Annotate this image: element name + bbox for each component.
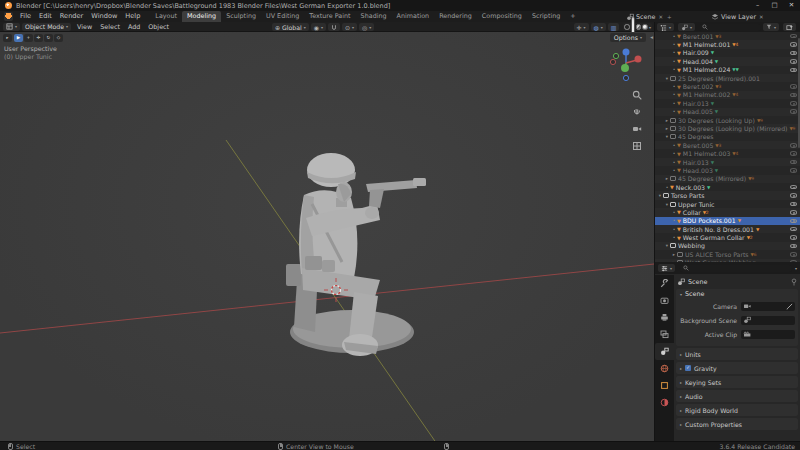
new-scene-icon[interactable]: + — [666, 14, 673, 20]
menu-item[interactable]: Window — [87, 11, 121, 22]
properties-panel-header[interactable]: ▸ ✓ Custom Properties — [676, 418, 798, 430]
outliner-row[interactable]: • ▼ Head.003 ▼ — [655, 166, 800, 174]
outliner-item-label[interactable]: Upper Tunic — [678, 201, 715, 208]
output-tab[interactable] — [655, 309, 674, 326]
minimize-button[interactable]: – — [749, 0, 766, 11]
outliner-row[interactable]: ▾ ▼ Webbing — [655, 242, 800, 250]
properties-panel-header[interactable]: ▸ ✓ Rigid Body World — [676, 404, 798, 416]
workspace-tab[interactable]: Texture Paint — [304, 11, 355, 22]
menu-item[interactable]: Help — [121, 11, 144, 22]
visibility-eye-icon[interactable] — [790, 84, 797, 89]
workspace-tab[interactable]: Layout — [150, 11, 182, 22]
field-input[interactable] — [741, 316, 795, 325]
render-tab[interactable] — [655, 292, 674, 309]
outliner-row[interactable]: • ▼ Hair.013 ▼ — [655, 99, 800, 107]
view-layer-selector[interactable]: View Layer ✕ — [711, 11, 765, 22]
visibility-eye-icon[interactable] — [790, 143, 797, 148]
gizmos-toggle[interactable]: ✛▾ — [574, 23, 589, 31]
outliner-item-label[interactable]: Beret.001 — [683, 33, 713, 40]
visibility-eye-icon[interactable] — [790, 168, 797, 173]
outliner-row[interactable]: • ▼ Neck.003 ▼ — [655, 183, 800, 191]
visibility-eye-icon[interactable] — [790, 51, 797, 56]
properties-panel-header[interactable]: ▸ ✓ Keying Sets — [676, 376, 798, 388]
outliner-item-label[interactable]: Torso Parts — [671, 192, 704, 199]
outliner-row[interactable]: ▸ ▼ 30 Degrees (Looking Up) (Mirrored) ▼… — [655, 124, 800, 132]
navigation-gizmo[interactable] — [606, 46, 646, 86]
tool-button[interactable]: ↻ — [44, 34, 53, 42]
outliner-item-label[interactable]: 30 Degrees (Looking Up) (Mirrored) — [678, 125, 788, 132]
transform-orientation-dropdown[interactable]: ⊕ Global▾ — [272, 23, 309, 31]
workspace-tab[interactable]: Rendering — [434, 11, 477, 22]
menu-item[interactable]: Render — [56, 11, 87, 22]
outliner-item-label[interactable]: Beret.002 — [683, 83, 713, 90]
outliner-row[interactable]: • ▼ Head.004 ▼ — [655, 57, 800, 65]
field-input[interactable] — [741, 302, 795, 311]
outliner-editor-type-button[interactable]: ▾ — [657, 23, 674, 31]
outliner-row[interactable]: • ▼ M1 Helmet.003 ▼4 — [655, 149, 800, 157]
outliner-item-label[interactable]: M1 Helmet.003 — [683, 150, 730, 157]
field-input[interactable] — [741, 330, 795, 339]
overlays-toggle[interactable]: ◍▾ — [591, 23, 606, 31]
outliner-item-label[interactable]: 45 Degrees (Mirrored) — [678, 175, 746, 182]
outliner-item-label[interactable]: M1 Helmet.002 — [683, 91, 730, 98]
editor-type-button[interactable]: ▾ — [3, 23, 20, 31]
outliner-item-label[interactable]: Hair.013 — [683, 159, 709, 166]
outliner-item-label[interactable]: Beret.005 — [683, 142, 713, 149]
toolbar-expand-icon[interactable]: ▸ — [3, 34, 12, 42]
outliner-row[interactable]: • ▼ M1 Helmet.002 ▼4 — [655, 91, 800, 99]
options-dropdown[interactable]: Options▾ — [610, 33, 646, 42]
outliner-item-label[interactable]: 45 Degrees — [678, 133, 714, 140]
properties-panel-header[interactable]: ▸ ✓ Audio — [676, 390, 798, 402]
outliner-row[interactable]: ▾ ▼ 25 Degrees (Mirrored).001 — [655, 74, 800, 82]
workspace-tab[interactable]: Shading — [356, 11, 392, 22]
maximize-button[interactable]: □ — [766, 0, 783, 11]
outliner-display-mode-dropdown[interactable]: ▾ — [678, 23, 695, 31]
wireframe-shading-button[interactable] — [624, 24, 630, 30]
outliner-item-label[interactable]: Hair.013 — [683, 100, 709, 107]
outliner-row[interactable]: • ▼ Hair.009 ▼ — [655, 49, 800, 57]
view-layer-tab[interactable] — [655, 326, 674, 343]
outliner-row[interactable]: ▸ ▼ 45 Degrees (Mirrored) ▼9 — [655, 175, 800, 183]
viewport-menu[interactable]: Object — [144, 23, 173, 31]
outliner-item-label[interactable]: Head.005 — [683, 108, 713, 115]
workspace-tab[interactable]: Sculpting — [221, 11, 261, 22]
outliner-item-label[interactable]: British No. 8 Dress.001 — [683, 226, 754, 233]
outliner-row[interactable]: ▸ ▼ US ALICE Torso Parts ▼6 — [655, 250, 800, 258]
properties-options-icon[interactable]: ▾ — [795, 266, 797, 271]
snap-target-dropdown[interactable]: ⊙▾ — [342, 23, 357, 31]
outliner-row[interactable]: • ▼ Head.005 ▼ — [655, 108, 800, 116]
close-button[interactable]: ✕ — [783, 0, 800, 11]
properties-editor-type-button[interactable]: ▾ — [658, 264, 675, 272]
outliner-search-input[interactable] — [699, 24, 761, 31]
visibility-eye-icon[interactable] — [790, 101, 797, 106]
outliner-item-label[interactable]: Head.003 — [683, 167, 713, 174]
outliner-row[interactable]: • ▼ Hair.013 ▼ — [655, 158, 800, 166]
eyedropper-icon[interactable] — [786, 303, 793, 310]
properties-search-input[interactable] — [680, 265, 792, 272]
outliner-item-label[interactable]: 25 Degrees (Mirrored).001 — [678, 75, 760, 82]
outliner-item-label[interactable]: West German Collar — [683, 234, 745, 241]
visibility-eye-icon[interactable] — [790, 109, 797, 114]
tool-button[interactable]: + — [24, 34, 33, 42]
visibility-eye-icon[interactable] — [790, 235, 797, 240]
toggle-perspective-icon[interactable] — [632, 141, 642, 151]
tool-button[interactable]: ▶ — [14, 34, 23, 42]
outliner-item-label[interactable]: 30 Degrees (Looking Up) — [678, 117, 755, 124]
sidebar-collapse-icon[interactable]: ◂ — [650, 34, 653, 40]
world-tab[interactable] — [655, 360, 674, 377]
visibility-eye-icon[interactable] — [790, 160, 797, 165]
viewport-menu[interactable]: View — [73, 23, 96, 31]
outliner-item-label[interactable]: Neck.003 — [676, 184, 705, 191]
viewport-menu[interactable]: Select — [96, 23, 124, 31]
material-shading-button[interactable] — [636, 24, 642, 30]
gravity-checkbox[interactable]: ✓ — [685, 365, 691, 371]
outliner-row[interactable]: ▾ ▼ Torso Parts — [655, 191, 800, 199]
material-tab[interactable] — [655, 394, 674, 411]
outliner-filter-dropdown[interactable]: ▾ — [763, 23, 779, 31]
viewport-menu[interactable]: Add — [124, 23, 144, 31]
breadcrumb-label[interactable]: Scene — [688, 278, 707, 286]
new-collection-button[interactable] — [783, 23, 796, 31]
mode-dropdown[interactable]: Object Mode▾ — [22, 23, 71, 31]
unlink-view-layer-icon[interactable]: ✕ — [758, 14, 765, 20]
workspace-tab[interactable]: + — [565, 11, 580, 22]
